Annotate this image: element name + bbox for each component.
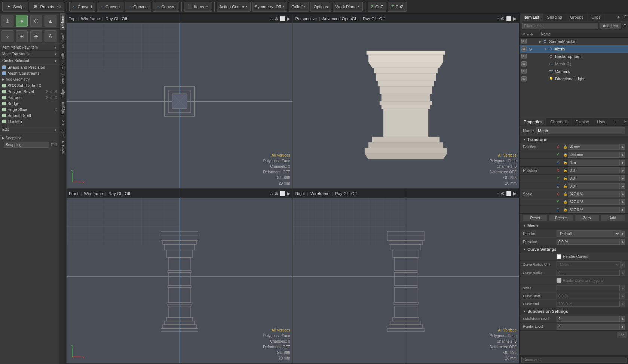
thicken-item[interactable]: Thicken: [0, 118, 59, 124]
viewport-persp-view[interactable]: Perspective: [295, 16, 317, 21]
vp-persp-next-icon[interactable]: ▶: [513, 16, 517, 21]
prop-rot-x-lock[interactable]: 🔒: [563, 168, 568, 173]
convert-btn-2[interactable]: ↔ Convert: [97, 2, 123, 12]
prop-scale-x-lock[interactable]: 🔒: [563, 191, 568, 197]
vp-front-next-icon[interactable]: ▶: [287, 191, 290, 196]
prop-rot-z-input[interactable]: [568, 183, 620, 189]
filter-items-input[interactable]: [522, 23, 598, 29]
prop-name-input[interactable]: [536, 127, 625, 134]
mesh-constraints-item[interactable]: Mesh Constraints: [0, 70, 59, 76]
add-item-button[interactable]: Add Item: [600, 23, 621, 29]
vp-persp-zoom-icon[interactable]: ⊕: [501, 16, 505, 21]
vtab-uv[interactable]: UV: [60, 118, 65, 127]
tab-item-list[interactable]: Item List: [520, 13, 543, 21]
edit-row[interactable]: Edit ▼: [0, 126, 59, 133]
sculpt-button[interactable]: ✦ Sculpt: [2, 2, 28, 12]
zero-button[interactable]: Zero: [575, 215, 599, 221]
mesh-section-header[interactable]: ▼ Mesh: [520, 222, 628, 229]
vtab-goz[interactable]: GoZ: [60, 127, 65, 139]
snaps-precision-item[interactable]: Snaps and Precision: [0, 64, 59, 70]
subdivision-settings-header[interactable]: ▼ Subdivision Settings: [520, 308, 628, 315]
reset-button[interactable]: Reset: [523, 215, 547, 221]
vtab-mesh-edit[interactable]: Mesh Edit: [60, 50, 65, 72]
camera-eye[interactable]: 👁: [521, 69, 527, 74]
prop-pos-z-lock[interactable]: 🔒: [563, 160, 568, 165]
prop-rot-z-lock[interactable]: 🔒: [563, 183, 568, 189]
tool-triangle[interactable]: ▲: [45, 15, 56, 27]
props-tab-channels[interactable]: Channels: [546, 118, 572, 126]
prop-render-select[interactable]: Default: [557, 230, 621, 237]
extrude-item[interactable]: Extrude Shift-X: [0, 95, 59, 101]
props-tab-display[interactable]: Display: [572, 118, 593, 126]
falloff-dropdown[interactable]: Falloff ▼: [289, 2, 309, 12]
polygon-bevel-item[interactable]: Polygon Bevel Shift-B: [0, 89, 59, 95]
vp-right-home-icon[interactable]: ⌂: [497, 191, 499, 196]
vtab-polygon[interactable]: Polygon: [60, 100, 65, 118]
prop-pos-x-slider[interactable]: ▶: [621, 144, 625, 150]
prop-pos-y-lock[interactable]: 🔒: [563, 152, 568, 157]
scene-expand[interactable]: ▶: [539, 40, 542, 43]
curve-settings-header[interactable]: ▼ Curve Settings: [520, 246, 628, 253]
viewport-top-ray[interactable]: Ray GL: Off: [105, 16, 127, 21]
tab-shading[interactable]: Shading: [543, 13, 566, 21]
prop-render-level-slider[interactable]: ▶: [621, 324, 625, 330]
prop-pos-y-slider[interactable]: ▶: [621, 152, 625, 158]
vp-front-maximize-icon[interactable]: ⬜: [280, 191, 285, 196]
prop-render-level-input[interactable]: [557, 324, 620, 330]
add-geometry-header[interactable]: ▶ Add Geometry: [0, 76, 59, 83]
tool-move[interactable]: ⊕: [1, 15, 13, 27]
vp-right-maximize-icon[interactable]: ⬜: [506, 191, 512, 196]
goz-icon-btn[interactable]: Z GoZ: [368, 2, 386, 12]
vp-front-zoom-icon[interactable]: ⊕: [275, 191, 278, 196]
tool-circle[interactable]: ○: [1, 30, 13, 42]
tab-expand[interactable]: F: [623, 13, 628, 21]
props-tab-properties[interactable]: Properties: [520, 118, 546, 126]
more-transforms-row[interactable]: More Transforms ▼: [0, 51, 59, 58]
mesh-eye[interactable]: 👁: [521, 46, 527, 52]
item-row-backdrop[interactable]: 👁 ⬡ Backdrop Item: [520, 53, 628, 60]
add-button[interactable]: Add: [601, 215, 625, 221]
tool-text[interactable]: A: [45, 30, 56, 42]
viewport-top-shading[interactable]: Wireframe: [81, 16, 100, 21]
goz2-icon-btn[interactable]: Z GoZ: [388, 2, 407, 12]
prop-dissolve-slider[interactable]: ▶: [621, 239, 625, 245]
presets-button[interactable]: ⊞ Presets F6: [30, 2, 64, 12]
props-expand-button[interactable]: >>: [617, 332, 627, 337]
vtab-vertex[interactable]: Vertex: [60, 71, 65, 87]
vtab-edge[interactable]: Edge: [60, 87, 65, 100]
bridge-item[interactable]: Bridge: [0, 101, 59, 107]
vtab-deform[interactable]: Deform: [60, 13, 65, 30]
vp-front-home-icon[interactable]: ⌂: [270, 191, 273, 196]
prop-rot-x-input[interactable]: [568, 167, 620, 173]
action-center-dropdown[interactable]: Action Center ▼: [217, 2, 251, 12]
viewport-front-shading[interactable]: Wireframe: [84, 191, 103, 196]
prop-pos-z-slider[interactable]: ▶: [621, 160, 625, 166]
vp-persp-home-icon[interactable]: ⌂: [497, 16, 499, 21]
props-tab-add[interactable]: +: [612, 118, 620, 126]
prop-pos-y-input[interactable]: [568, 152, 620, 158]
tab-add[interactable]: +: [614, 13, 622, 21]
vtab-duplicate[interactable]: Duplicate: [60, 30, 65, 50]
item-row-light[interactable]: 👁 💡 Directional Light: [520, 75, 628, 83]
prop-pos-z-input[interactable]: [568, 160, 620, 166]
item-menu-row[interactable]: Item Menu: New Item ▼: [0, 44, 59, 51]
item-row-scene[interactable]: 👁 ▶ ⊡ StenenMan.lxo: [520, 38, 628, 45]
viewport-persp-shading[interactable]: Advanced OpenGL: [322, 16, 358, 21]
tab-groups[interactable]: Groups: [566, 13, 588, 21]
vp-right-next-icon[interactable]: ▶: [513, 191, 517, 196]
smooth-shift-item[interactable]: Smooth Shift: [0, 112, 59, 118]
sds-subdivide-item[interactable]: SDS Subdivide 2X: [0, 83, 59, 89]
prop-scale-y-input[interactable]: [568, 199, 620, 205]
viewport-persp-ray[interactable]: Ray GL: Off: [363, 16, 385, 21]
convert-btn-1[interactable]: ↔ Convert: [69, 2, 96, 12]
viewport-top-view[interactable]: Top: [69, 16, 76, 21]
prop-dissolve-input[interactable]: [557, 239, 620, 245]
prop-scale-y-slider[interactable]: ▶: [621, 199, 625, 205]
viewport-right-view[interactable]: Right: [295, 191, 305, 196]
viewport-right-ray[interactable]: Ray GL: Off: [335, 191, 357, 196]
vp-maximize-icon[interactable]: ⬜: [280, 16, 285, 21]
vp-persp-maximize-icon[interactable]: ⬜: [506, 16, 512, 21]
prop-rot-z-slider[interactable]: ▶: [621, 183, 625, 189]
symmetry-dropdown[interactable]: Symmetry: Off ▼: [252, 2, 287, 12]
prop-subdiv-level-input[interactable]: [557, 316, 620, 322]
